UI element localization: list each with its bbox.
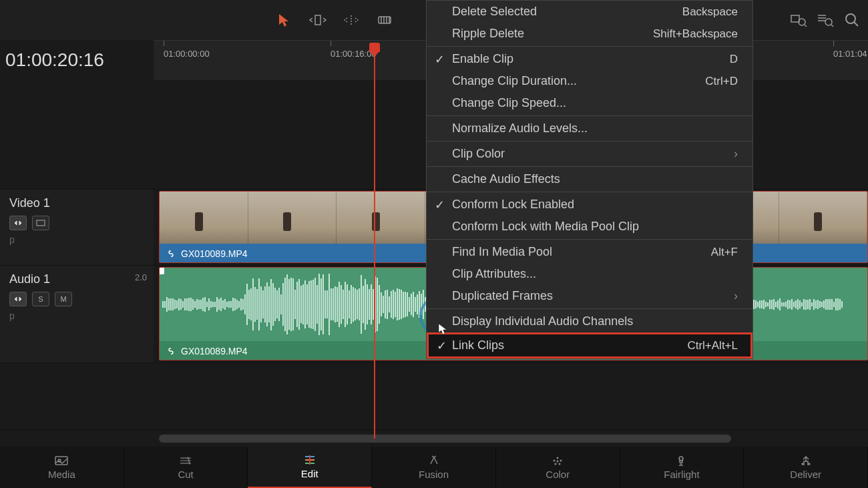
menu-conform-lock[interactable]: ✓ Conform Lock Enabled — [427, 194, 752, 216]
link-icon — [166, 346, 176, 356]
menu-enable-clip[interactable]: ✓ Enable ClipD — [427, 48, 752, 70]
playhead-handle-icon[interactable] — [369, 43, 380, 52]
ruler-tick: 01:01:04 — [833, 49, 867, 59]
svg-point-14 — [557, 461, 559, 463]
svg-point-13 — [559, 463, 561, 465]
p-label: p — [9, 310, 144, 321]
menu-conform-lock-media[interactable]: Conform Lock with Media Pool Clip — [427, 216, 752, 238]
search-icon[interactable] — [841, 9, 863, 31]
timeline-scrollbar[interactable] — [159, 435, 731, 443]
mute-button[interactable]: M — [55, 292, 72, 306]
svg-rect-2 — [791, 15, 799, 22]
nav-deliver[interactable]: Deliver — [744, 447, 868, 488]
menu-clip-color[interactable]: Clip Color› — [427, 143, 752, 165]
dynamic-trim-icon[interactable] — [341, 9, 362, 31]
menu-clip-attributes[interactable]: Clip Attributes... — [427, 263, 752, 285]
empty-header — [0, 363, 154, 430]
nav-color[interactable]: Color — [496, 447, 620, 488]
audio-track-header[interactable]: Audio 1 2.0 S M p — [0, 266, 154, 363]
page-navigation: Media Cut Edit Fusion Color Fairlight De… — [0, 447, 868, 488]
menu-find-media-pool[interactable]: Find In Media PoolAlt+F — [427, 241, 752, 263]
svg-point-10 — [554, 460, 556, 462]
blade-tool-icon[interactable] — [374, 9, 395, 31]
audio-auto-select-button[interactable] — [9, 292, 27, 306]
video-track-toggle[interactable] — [32, 216, 49, 230]
zoom-tool-2-icon[interactable] — [815, 9, 836, 31]
check-icon: ✓ — [437, 338, 447, 353]
nav-fusion[interactable]: Fusion — [372, 447, 496, 488]
check-icon: ✓ — [435, 52, 445, 67]
link-icon — [166, 249, 176, 258]
clip-handle[interactable] — [159, 267, 164, 274]
svg-point-5 — [846, 14, 855, 23]
empty-track — [154, 363, 868, 430]
ruler-tick: 01:00:00:00 — [164, 49, 210, 59]
svg-rect-6 — [37, 220, 45, 226]
audio-track-name: Audio 1 — [9, 272, 144, 286]
auto-select-button[interactable] — [9, 216, 27, 230]
svg-point-12 — [555, 463, 557, 465]
menu-change-duration[interactable]: Change Clip Duration...Ctrl+D — [427, 70, 752, 92]
zoom-tool-1-icon[interactable] — [788, 9, 809, 31]
video-track-header[interactable]: Video 1 p — [0, 190, 154, 266]
nav-cut[interactable]: Cut — [124, 447, 248, 488]
trim-tool-icon[interactable] — [307, 9, 329, 31]
cursor-icon — [438, 323, 447, 338]
menu-normalize-audio[interactable]: Normalize Audio Levels... — [427, 117, 752, 140]
svg-point-4 — [825, 19, 832, 25]
menu-display-channels[interactable]: Display Individual Audio Channels — [427, 310, 752, 332]
audio-channel-label: 2.0 — [135, 272, 147, 282]
nav-media[interactable]: Media — [0, 447, 124, 488]
menu-change-speed[interactable]: Change Clip Speed... — [427, 92, 752, 114]
solo-button[interactable]: S — [32, 292, 49, 306]
selection-tool-icon[interactable] — [274, 9, 295, 31]
svg-point-11 — [560, 460, 562, 462]
menu-duplicated-frames[interactable]: Duplicated Frames› — [427, 285, 752, 307]
svg-point-16 — [809, 463, 810, 465]
video-track-name: Video 1 — [9, 196, 144, 210]
chevron-right-icon: › — [734, 289, 738, 303]
p-label: p — [9, 234, 144, 245]
audio-clip-filename: GX010089.MP4 — [181, 346, 248, 356]
context-menu: Delete SelectedBackspace Ripple DeleteSh… — [426, 0, 753, 359]
nav-fairlight[interactable]: Fairlight — [620, 447, 744, 488]
chevron-right-icon: › — [734, 147, 738, 161]
video-clip-filename: GX010089.MP4 — [181, 248, 248, 259]
scrollbar-thumb[interactable] — [159, 435, 731, 443]
menu-cache-audio[interactable]: Cache Audio Effects — [427, 168, 752, 190]
spacer-header — [0, 80, 154, 190]
timecode-display[interactable]: 01:00:20:16 — [0, 40, 154, 80]
menu-delete-selected[interactable]: Delete SelectedBackspace — [427, 1, 752, 23]
svg-rect-0 — [315, 15, 320, 25]
svg-point-9 — [557, 457, 559, 459]
check-icon: ✓ — [435, 198, 445, 212]
playhead[interactable] — [374, 48, 375, 439]
nav-edit[interactable]: Edit — [248, 447, 372, 488]
svg-point-15 — [802, 463, 803, 465]
menu-ripple-delete[interactable]: Ripple DeleteShift+Backspace — [427, 23, 752, 45]
menu-link-clips[interactable]: ✓ Link ClipsCtrl+Alt+L — [427, 332, 752, 358]
